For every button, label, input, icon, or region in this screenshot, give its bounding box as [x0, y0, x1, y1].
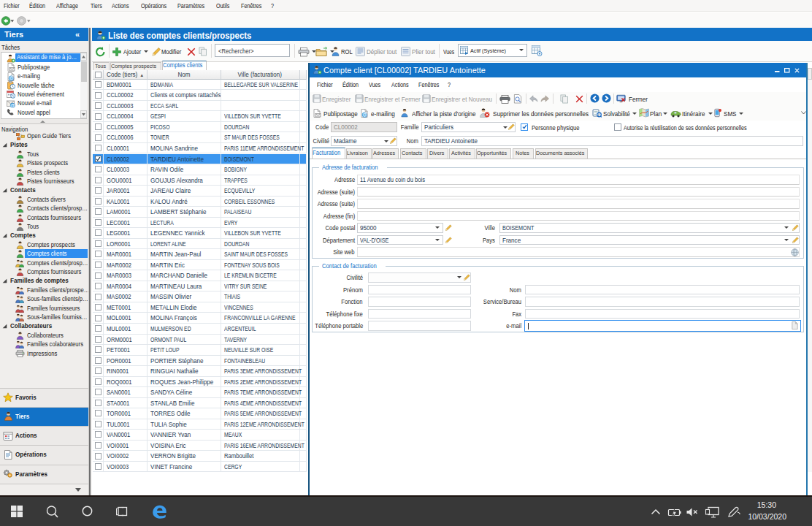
- svg-text:@: @: [10, 102, 15, 107]
- svg-text:@: @: [9, 75, 14, 80]
- svg-text:@: @: [362, 112, 367, 117]
